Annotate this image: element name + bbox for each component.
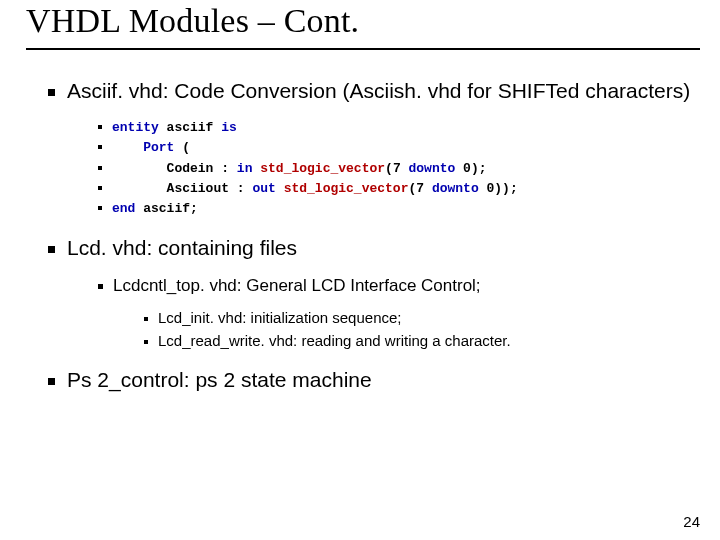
- square-bullet-icon: [98, 145, 102, 149]
- text: Lcd_read_write. vhd: reading and writing…: [158, 332, 511, 349]
- bullet-lcdcntl-top: Lcdcntl_top. vhd: General LCD Interface …: [98, 275, 700, 297]
- bullet-asciif-heading: Asciif. vhd: Code Conversion (Asciish. v…: [48, 78, 700, 104]
- text: Lcd_init. vhd: initialization sequence;: [158, 309, 402, 326]
- square-bullet-icon: [98, 125, 102, 129]
- text: Lcdcntl_top. vhd: General LCD Interface …: [113, 276, 481, 295]
- square-bullet-icon: [144, 317, 148, 321]
- title-divider: [26, 48, 700, 50]
- slide: VHDL Modules – Cont. Asciif. vhd: Code C…: [0, 0, 720, 540]
- square-bullet-icon: [98, 166, 102, 170]
- square-bullet-icon: [144, 340, 148, 344]
- square-bullet-icon: [48, 246, 55, 253]
- slide-title: VHDL Modules – Cont.: [26, 0, 700, 48]
- bullet-lcd-heading: Lcd. vhd: containing files: [48, 235, 700, 261]
- text: Lcd. vhd: containing files: [67, 236, 297, 259]
- square-bullet-icon: [98, 284, 103, 289]
- slide-number: 24: [683, 513, 700, 530]
- square-bullet-icon: [48, 378, 55, 385]
- text: Asciif. vhd: Code Conversion (Asciish. v…: [67, 79, 690, 102]
- text: Ps 2_control: ps 2 state machine: [67, 368, 372, 391]
- square-bullet-icon: [98, 206, 102, 210]
- code-block-asciif: entity asciif is Port ( Codein : in std_…: [98, 118, 700, 219]
- bullet-ps2-control: Ps 2_control: ps 2 state machine: [48, 367, 700, 393]
- bullet-lcd-read-write: Lcd_read_write. vhd: reading and writing…: [144, 330, 700, 351]
- bullet-lcd-init: Lcd_init. vhd: initialization sequence;: [144, 307, 700, 328]
- square-bullet-icon: [48, 89, 55, 96]
- square-bullet-icon: [98, 186, 102, 190]
